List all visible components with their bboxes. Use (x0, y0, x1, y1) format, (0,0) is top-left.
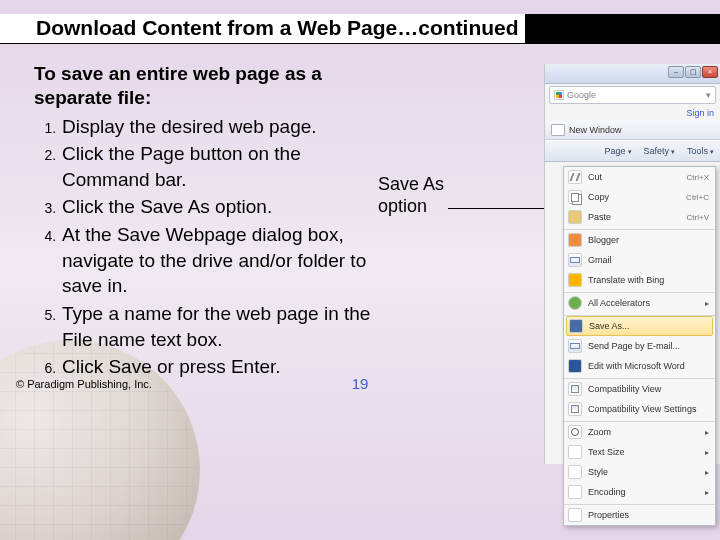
ie-screenshot: – ▢ × Google ▾ Sign in New Window Page S… (544, 64, 720, 464)
menu-shortcut: Ctrl+X (687, 173, 709, 182)
menu-item: Encoding (564, 482, 715, 502)
copyright-text: © Paradigm Publishing, Inc. (16, 378, 152, 390)
submenu-arrow-icon (701, 467, 709, 477)
page-button: Page (605, 146, 632, 156)
tools-button: Tools (687, 146, 714, 156)
submenu-arrow-icon (701, 447, 709, 457)
menu-item: All Accelerators (564, 293, 715, 313)
menu-item: Translate with Bing (564, 270, 715, 290)
word-icon (568, 359, 582, 373)
mail-icon (568, 253, 582, 267)
step-item: Click the Save As option. (60, 194, 374, 220)
steps-list: Display the desired web page. Click the … (34, 114, 374, 380)
safety-button: Safety (644, 146, 675, 156)
maximize-icon: ▢ (685, 66, 701, 78)
save-icon (569, 319, 583, 333)
paste-icon (568, 210, 582, 224)
menu-item: Gmail (564, 250, 715, 270)
page-number: 19 (352, 375, 369, 392)
mail-icon (568, 339, 582, 353)
menu-item: Edit with Microsoft Word (564, 356, 715, 376)
new-window-label: New Window (569, 125, 622, 135)
compat-icon (568, 382, 582, 396)
menu-item: PasteCtrl+V (564, 207, 715, 227)
address-text: Google (567, 90, 596, 100)
menu-item: Text Size (564, 442, 715, 462)
menu-item: CopyCtrl+C (564, 187, 715, 207)
submenu-arrow-icon (701, 298, 709, 308)
menu-item-label: Gmail (588, 255, 709, 265)
menu-shortcut: Ctrl+V (687, 213, 709, 222)
menu-item: Zoom (564, 422, 715, 442)
save-as-callout: Save As option (378, 174, 444, 217)
step-item: At the Save Webpage dialog box, navigate… (60, 222, 374, 299)
cut-icon (568, 170, 582, 184)
menu-item-label: Compatibility View Settings (588, 404, 709, 414)
menu-item-label: Blogger (588, 235, 709, 245)
new-window-icon (551, 124, 565, 136)
menu-item-label: Edit with Microsoft Word (588, 361, 709, 371)
menu-item: Compatibility View Settings (564, 399, 715, 419)
callout-line2: option (378, 196, 444, 218)
menu-item: Style (564, 462, 715, 482)
menu-item-save-as: Save As... (566, 316, 713, 336)
menu-item: Blogger (564, 230, 715, 250)
menu-item: Send Page by E-mail... (564, 336, 715, 356)
bing-icon (568, 273, 582, 287)
menu-item-label: Send Page by E-mail... (588, 341, 709, 351)
compat-icon (568, 402, 582, 416)
menu-item: CutCtrl+X (564, 167, 715, 187)
step-item: Display the desired web page. (60, 114, 374, 140)
copy-icon (568, 190, 582, 204)
title-bar: Download Content from a Web Page…continu… (0, 14, 720, 44)
menu-item-label: Cut (588, 172, 681, 182)
menu-item-label: Translate with Bing (588, 275, 709, 285)
menu-item-label: Compatibility View (588, 384, 709, 394)
menu-item-label: Paste (588, 212, 681, 222)
menu-item-label: Properties (588, 510, 709, 520)
ie-titlebar: – ▢ × (545, 64, 720, 84)
ie-address-bar: Google ▾ (549, 86, 716, 104)
menu-item-label: Save As... (589, 321, 708, 331)
intro-text: To save an entire web page as a separate… (34, 62, 374, 110)
sign-in-link: Sign in (545, 106, 720, 120)
orange-icon (568, 233, 582, 247)
menu-item-label: Zoom (588, 427, 695, 437)
google-favicon-icon (554, 90, 564, 100)
page-title: Download Content from a Web Page…continu… (0, 14, 525, 43)
menu-item: Properties (564, 505, 715, 525)
callout-line1: Save As (378, 174, 444, 196)
ie-page-menu: CutCtrl+XCopyCtrl+CPasteCtrl+VBloggerGma… (563, 166, 716, 526)
submenu-arrow-icon (701, 427, 709, 437)
step-item: Click the Page button on the Command bar… (60, 141, 374, 192)
enc-icon (568, 485, 582, 499)
callout-connector (448, 208, 544, 209)
menu-shortcut: Ctrl+C (686, 193, 709, 202)
menu-item-label: Copy (588, 192, 680, 202)
zoom-icon (568, 425, 582, 439)
menu-item-label: Text Size (588, 447, 695, 457)
close-icon: × (702, 66, 718, 78)
ie-new-window-row: New Window (545, 120, 720, 140)
menu-item: Compatibility View (564, 379, 715, 399)
menu-item-label: Encoding (588, 487, 695, 497)
acc-icon (568, 296, 582, 310)
menu-item-label: All Accelerators (588, 298, 695, 308)
ie-command-bar: Page Safety Tools (545, 140, 720, 162)
style-icon (568, 465, 582, 479)
step-item: Type a name for the web page in the File… (60, 301, 374, 352)
text-icon (568, 445, 582, 459)
submenu-arrow-icon (701, 487, 709, 497)
minimize-icon: – (668, 66, 684, 78)
text-icon (568, 508, 582, 522)
menu-item-label: Style (588, 467, 695, 477)
